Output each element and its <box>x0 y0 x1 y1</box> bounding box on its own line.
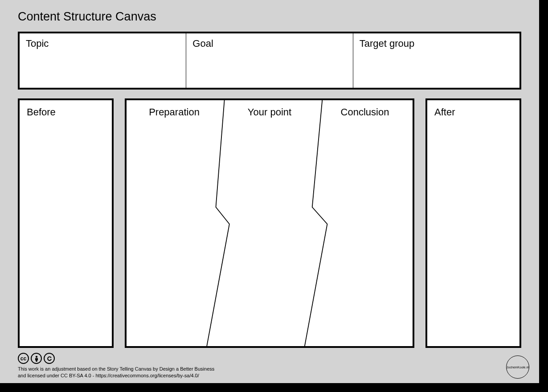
cc-icons: cc <box>18 353 214 364</box>
by-icon <box>31 353 42 364</box>
footer: cc This work is an adjustment based on t… <box>18 353 214 379</box>
before-box: Before <box>18 98 114 348</box>
goal-cell: Goal <box>186 33 352 88</box>
footer-line2: and licensed under CC BY-SA 4.0 - https:… <box>18 372 214 379</box>
cc-icon: cc <box>18 353 29 364</box>
svg-point-0 <box>35 356 37 358</box>
footer-line1: This work is an adjustment based on the … <box>18 366 214 372</box>
your-point-label: Your point <box>222 106 317 118</box>
sa-icon <box>44 353 55 364</box>
target-group-cell: Target group <box>353 33 519 88</box>
author-logo: JochemKoole.nl <box>506 355 529 379</box>
preparation-label: Preparation <box>127 106 222 118</box>
page-title: Content Structure Canvas <box>18 10 539 24</box>
center-box: Preparation Your point Conclusion <box>125 98 414 348</box>
canvas-page: Content Structure Canvas Topic Goal Targ… <box>0 0 539 383</box>
after-box: After <box>425 98 521 348</box>
topic-cell: Topic <box>20 33 186 88</box>
chevron-dividers <box>127 100 413 346</box>
top-row: Topic Goal Target group <box>18 32 521 90</box>
footer-text: This work is an adjustment based on the … <box>18 366 214 379</box>
main-row: Before Preparation Your point Conclusion… <box>18 98 521 348</box>
conclusion-label: Conclusion <box>317 106 413 118</box>
center-labels: Preparation Your point Conclusion <box>127 106 413 118</box>
